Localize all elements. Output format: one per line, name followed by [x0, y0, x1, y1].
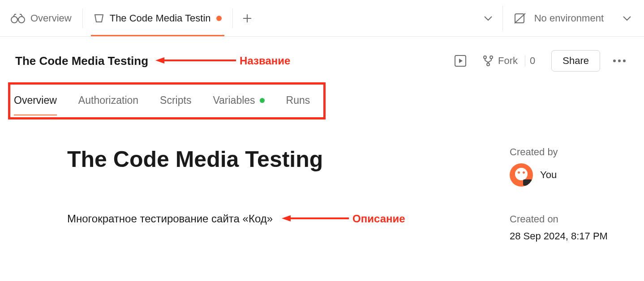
created-on-value: 28 Sep 2024, 8:17 PM — [510, 230, 631, 242]
content-side: Created by You Created on 28 Sep 2024, 8… — [510, 146, 644, 242]
svg-point-1 — [18, 17, 25, 23]
collection-heading[interactable]: The Code Media Testing — [67, 146, 510, 172]
annotation-title-label: Название — [240, 55, 290, 67]
tab-collection[interactable]: The Code Media Testin — [83, 0, 232, 36]
fork-label: Fork — [498, 55, 518, 67]
tab-bar-left: Overview The Code Media Testin — [0, 0, 262, 36]
fork-button[interactable]: Fork 0 — [478, 55, 544, 67]
top-tab-bar: Overview The Code Media Testin — [0, 0, 644, 37]
content-main: The Code Media Testing Многократное тест… — [0, 146, 510, 225]
annotation-subtabs-highlight: Overview Authorization Scripts Variables… — [8, 82, 326, 119]
unsaved-indicator-icon — [216, 16, 222, 21]
arrow-left-icon — [282, 213, 349, 225]
fork-icon — [483, 55, 494, 67]
collection-icon — [94, 13, 104, 24]
variables-indicator-icon — [260, 98, 265, 103]
share-button[interactable]: Share — [551, 50, 600, 72]
binoculars-icon — [11, 13, 25, 23]
environment-label: No environment — [534, 13, 604, 24]
svg-point-9 — [487, 63, 489, 66]
fork-count: 0 — [525, 55, 540, 67]
run-button[interactable] — [450, 51, 471, 71]
tab-overview[interactable]: Overview — [0, 0, 82, 36]
subtab-variables-label: Variables — [213, 94, 255, 106]
new-tab-button[interactable] — [233, 0, 262, 36]
no-environment-icon — [514, 13, 526, 24]
svg-point-8 — [490, 56, 493, 59]
subtab-overview-label: Overview — [14, 94, 57, 106]
svg-marker-6 — [459, 59, 463, 63]
annotation-description-label: Описание — [352, 213, 405, 225]
subtabs-container: Overview Authorization Scripts Variables… — [0, 82, 644, 119]
subtab-overview[interactable]: Overview — [14, 89, 57, 113]
created-by-label: Created by — [510, 146, 631, 158]
subtab-authorization[interactable]: Authorization — [78, 89, 138, 113]
annotation-title: Название — [155, 55, 290, 67]
subtab-scripts-label: Scripts — [160, 94, 191, 106]
svg-marker-4 — [155, 57, 164, 64]
subtab-variables[interactable]: Variables — [213, 89, 264, 113]
svg-marker-11 — [282, 215, 291, 221]
content-row: The Code Media Testing Многократное тест… — [0, 119, 644, 242]
avatar — [510, 163, 533, 187]
tab-bar-right: No environment — [474, 0, 644, 36]
collection-title[interactable]: The Code Media Testing — [15, 54, 148, 68]
tabs-dropdown-button[interactable] — [474, 16, 502, 21]
more-options-button[interactable] — [607, 60, 631, 62]
svg-point-0 — [11, 17, 17, 23]
tab-collection-label: The Code Media Testin — [110, 13, 211, 24]
subtab-runs-label: Runs — [286, 94, 310, 106]
annotation-description: Описание — [282, 213, 405, 225]
collection-description[interactable]: Многократное тестирование сайта «Код» — [67, 213, 273, 225]
creator-row[interactable]: You — [510, 163, 631, 187]
title-row: The Code Media Testing Название Fork 0 — [0, 37, 644, 82]
subtab-authorization-label: Authorization — [78, 94, 138, 106]
description-row: Многократное тестирование сайта «Код» Оп… — [67, 213, 510, 225]
ellipsis-icon — [613, 60, 626, 62]
arrow-left-icon — [155, 55, 236, 67]
created-on-label: Created on — [510, 213, 631, 225]
environment-picker[interactable]: No environment — [503, 13, 644, 24]
tab-overview-label: Overview — [30, 13, 72, 24]
creator-name: You — [540, 169, 557, 181]
subtab-runs[interactable]: Runs — [286, 89, 310, 113]
svg-point-7 — [484, 56, 486, 59]
subtab-scripts[interactable]: Scripts — [160, 89, 191, 113]
chevron-down-icon — [623, 16, 631, 21]
